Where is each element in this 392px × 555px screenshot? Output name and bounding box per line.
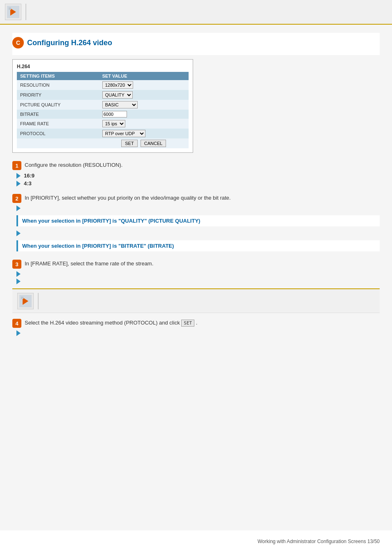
row-value-bitrate <box>99 110 189 119</box>
page-header <box>0 0 392 25</box>
second-header <box>12 288 380 313</box>
bitrate-input[interactable] <box>102 111 127 117</box>
arrow-icon <box>16 230 21 236</box>
row-label-resolution: RESOLUTION <box>17 80 99 90</box>
arrow-label-169: 16:9 <box>24 173 35 179</box>
step-1: 1 Configure the resolution (RESOLUTION). <box>12 161 380 170</box>
resolution-select[interactable]: 1280x720 640x360 320x180 <box>102 81 133 89</box>
step-2-text: In [PRIORITY], select whether you put pr… <box>25 194 231 201</box>
main-content: C Configuring H.264 video H.264 SETTING … <box>0 25 392 530</box>
logo-2 <box>17 293 34 309</box>
inline-set-btn: SET <box>181 320 194 327</box>
arrow-item-43: 4:3 <box>16 180 380 187</box>
arrow-icon <box>16 330 21 336</box>
priority-select[interactable]: QUALITY BITRATE <box>102 91 133 99</box>
logo <box>5 4 21 20</box>
table-row: PICTURE QUALITY BASIC STANDARD FINE <box>17 100 189 110</box>
arrow-only-step3-1 <box>16 271 380 277</box>
row-value-priority: QUALITY BITRATE <box>99 90 189 100</box>
header-divider <box>25 4 26 20</box>
arrow-icon <box>16 205 21 211</box>
arrow-only-quality <box>16 230 380 236</box>
table-row: BITRATE <box>17 110 189 119</box>
arrow-only-step2 <box>16 205 380 211</box>
table-row: FRAME RATE 15 ips 30 ips 5 ips <box>17 119 189 129</box>
step-1-text: Configure the resolution (RESOLUTION). <box>25 161 122 168</box>
row-label-picture-quality: PICTURE QUALITY <box>17 100 99 110</box>
footer: Working with Administrator Configuration… <box>0 530 392 553</box>
row-label-frame-rate: FRAME RATE <box>17 119 99 129</box>
table-row: RESOLUTION 1280x720 640x360 320x180 <box>17 80 189 90</box>
cancel-button[interactable]: CANCEL <box>141 140 166 147</box>
step-3-text: In [FRAME RATE], select the frame rate o… <box>25 260 153 267</box>
blue-section-bitrate: When your selection in [PRIORITY] is "BI… <box>16 240 380 251</box>
arrow-icon <box>16 279 21 284</box>
arrow-label-43: 4:3 <box>24 180 32 187</box>
arrow-item-169: 16:9 <box>16 173 380 179</box>
row-label-priority: PRIORITY <box>17 90 99 100</box>
page-title: Configuring H.264 video <box>27 39 112 47</box>
logo-icon-2 <box>19 295 32 307</box>
step-4: 4 Select the H.264 video streaming metho… <box>12 319 380 328</box>
step-badge-4: 4 <box>12 319 21 328</box>
page-title-bar: C Configuring H.264 video <box>12 33 380 55</box>
row-value-picture-quality: BASIC STANDARD FINE <box>99 100 189 110</box>
arrow-only-step4 <box>16 330 380 336</box>
arrow-icon <box>16 181 21 187</box>
blue-section-quality: When your selection in [PRIORITY] is "QU… <box>16 215 380 226</box>
row-value-protocol: RTP over UDP RTP over RTSP RTP over HTTP <box>99 129 189 138</box>
table-row: PRIORITY QUALITY BITRATE <box>17 90 189 100</box>
arrow-icon <box>16 173 21 179</box>
step-2: 2 In [PRIORITY], select whether you put … <box>12 194 380 203</box>
table-row-buttons: SET CANCEL <box>17 138 189 148</box>
step-badge-1: 1 <box>12 161 21 170</box>
page-title-icon: C <box>12 37 24 48</box>
row-value-frame-rate: 15 ips 30 ips 5 ips <box>99 119 189 129</box>
row-value-resolution: 1280x720 640x360 320x180 <box>99 80 189 90</box>
config-table: SETTING ITEMS SET VALUE RESOLUTION 1280x… <box>17 72 189 148</box>
footer-text: Working with Administrator Configuration… <box>258 539 380 544</box>
col-settings-header: SETTING ITEMS <box>17 72 99 80</box>
step-3: 3 In [FRAME RATE], select the frame rate… <box>12 260 380 269</box>
svg-rect-2 <box>9 7 11 10</box>
step-badge-2: 2 <box>12 194 21 203</box>
row-label-bitrate: BITRATE <box>17 110 99 119</box>
config-panel-title: H.264 <box>17 64 189 69</box>
arrow-icon <box>16 271 21 277</box>
logo-icon <box>7 6 19 18</box>
row-label-protocol: PROTOCOL <box>17 129 99 138</box>
step-badge-3: 3 <box>12 260 21 269</box>
svg-rect-5 <box>21 297 23 299</box>
set-button[interactable]: SET <box>121 140 137 147</box>
arrow-only-step3-2 <box>16 279 380 284</box>
picture-quality-select[interactable]: BASIC STANDARD FINE <box>102 101 138 108</box>
col-value-header: SET VALUE <box>99 72 189 80</box>
protocol-select[interactable]: RTP over UDP RTP over RTSP RTP over HTTP <box>102 130 145 137</box>
frame-rate-select[interactable]: 15 ips 30 ips 5 ips <box>102 120 125 127</box>
step-4-text: Select the H.264 video streaming method … <box>25 319 197 327</box>
buttons-label <box>17 138 99 148</box>
table-row: PROTOCOL RTP over UDP RTP over RTSP RTP … <box>17 129 189 138</box>
header-divider-2 <box>38 293 39 309</box>
buttons-cell: SET CANCEL <box>99 138 189 148</box>
config-panel: H.264 SETTING ITEMS SET VALUE RESOLUTION… <box>12 59 193 153</box>
